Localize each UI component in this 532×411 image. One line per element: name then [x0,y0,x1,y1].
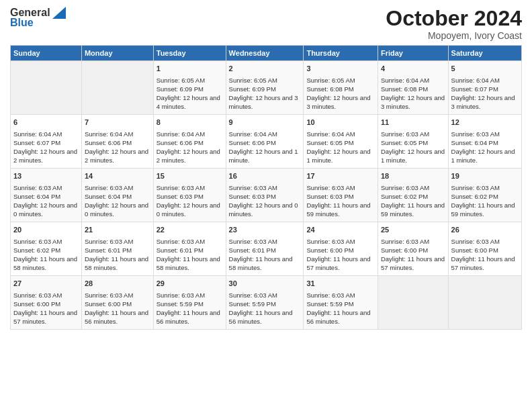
day-number: 1 [157,64,223,74]
day-number: 13 [13,171,79,181]
sunrise: Sunrise: 6:03 AM [451,184,500,191]
day-number: 10 [306,118,375,128]
daylight: Daylight: 11 hours and 58 minutes. [157,255,220,271]
sunset: Sunset: 6:00 PM [451,246,498,254]
sunrise: Sunrise: 6:03 AM [306,184,355,191]
daylight: Daylight: 12 hours and 3 minutes. [306,94,370,110]
sunrise: Sunrise: 6:03 AM [306,291,355,299]
sunset: Sunset: 6:03 PM [229,193,276,200]
sunrise: Sunrise: 6:04 AM [306,130,355,138]
sunrise: Sunrise: 6:04 AM [451,77,500,84]
day-number: 20 [13,225,79,235]
sunrise: Sunrise: 6:03 AM [85,238,133,245]
day-cell-3-4: 24 Sunrise: 6:03 AM Sunset: 6:00 PM Dayl… [304,222,378,276]
day-number: 8 [157,118,223,128]
sunrise: Sunrise: 6:03 AM [85,291,133,299]
sunset: Sunset: 6:04 PM [451,139,498,146]
day-number: 19 [451,171,519,181]
day-number: 17 [306,171,375,181]
sunrise: Sunrise: 6:05 AM [306,77,355,84]
sunset: Sunset: 6:01 PM [85,246,132,254]
day-cell-1-0: 6 Sunrise: 6:04 AM Sunset: 6:07 PM Dayli… [11,115,82,169]
day-cell-0-0 [11,61,82,115]
day-cell-3-1: 21 Sunrise: 6:03 AM Sunset: 6:01 PM Dayl… [81,222,153,276]
daylight: Daylight: 11 hours and 59 minutes. [451,201,515,218]
day-cell-0-3: 2 Sunrise: 6:05 AM Sunset: 6:09 PM Dayli… [226,61,304,115]
daylight: Daylight: 12 hours and 1 minute. [451,148,515,164]
sunrise: Sunrise: 6:04 AM [13,130,62,138]
sunset: Sunset: 6:06 PM [157,139,204,146]
day-cell-4-2: 29 Sunrise: 6:03 AM Sunset: 5:59 PM Dayl… [153,276,226,330]
sunrise: Sunrise: 6:04 AM [85,130,133,138]
sunset: Sunset: 6:02 PM [451,193,498,200]
daylight: Daylight: 12 hours and 0 minutes. [13,201,77,218]
sunset: Sunset: 5:59 PM [157,300,204,308]
day-cell-1-3: 9 Sunrise: 6:04 AM Sunset: 6:06 PM Dayli… [226,115,304,169]
daylight: Daylight: 12 hours and 0 minutes. [229,201,298,218]
sunset: Sunset: 6:08 PM [381,85,428,93]
day-number: 7 [85,118,150,128]
daylight: Daylight: 11 hours and 56 minutes. [157,309,220,325]
day-number: 9 [229,118,301,128]
col-tuesday: Tuesday [153,46,226,61]
day-number: 28 [85,279,150,289]
day-cell-0-1 [81,61,153,115]
daylight: Daylight: 11 hours and 58 minutes. [13,255,77,271]
day-cell-0-5: 4 Sunrise: 6:04 AM Sunset: 6:08 PM Dayli… [378,61,448,115]
day-cell-2-5: 18 Sunrise: 6:03 AM Sunset: 6:02 PM Dayl… [378,169,448,222]
sunset: Sunset: 6:00 PM [306,246,353,254]
sunset: Sunset: 6:02 PM [13,246,60,254]
sunset: Sunset: 6:03 PM [306,193,353,200]
col-friday: Friday [378,46,448,61]
day-number: 6 [13,118,79,128]
day-number: 5 [451,64,519,74]
day-number: 14 [85,171,150,181]
sunrise: Sunrise: 6:03 AM [306,238,355,245]
daylight: Daylight: 11 hours and 57 minutes. [451,255,515,271]
day-number: 26 [451,225,519,235]
week-row-2: 6 Sunrise: 6:04 AM Sunset: 6:07 PM Dayli… [11,115,522,169]
sunset: Sunset: 6:07 PM [451,85,498,93]
sunset: Sunset: 6:06 PM [85,139,132,146]
day-cell-2-3: 16 Sunrise: 6:03 AM Sunset: 6:03 PM Dayl… [226,169,304,222]
week-row-4: 20 Sunrise: 6:03 AM Sunset: 6:02 PM Dayl… [11,222,522,276]
sunrise: Sunrise: 6:03 AM [381,130,429,138]
daylight: Daylight: 12 hours and 2 minutes. [157,148,220,164]
sunrise: Sunrise: 6:04 AM [157,130,205,138]
day-cell-1-6: 12 Sunrise: 6:03 AM Sunset: 6:04 PM Dayl… [448,115,521,169]
sunset: Sunset: 6:04 PM [13,193,60,200]
daylight: Daylight: 12 hours and 3 minutes. [381,94,445,110]
daylight: Daylight: 11 hours and 59 minutes. [306,201,370,218]
sunrise: Sunrise: 6:03 AM [13,184,62,191]
day-cell-3-6: 26 Sunrise: 6:03 AM Sunset: 6:00 PM Dayl… [448,222,521,276]
sunrise: Sunrise: 6:03 AM [381,238,429,245]
sunrise: Sunrise: 6:03 AM [229,238,277,245]
daylight: Daylight: 12 hours and 2 minutes. [13,148,77,164]
sunset: Sunset: 6:03 PM [157,193,204,200]
day-cell-2-4: 17 Sunrise: 6:03 AM Sunset: 6:03 PM Dayl… [304,169,378,222]
day-number: 4 [381,64,445,74]
day-cell-1-4: 10 Sunrise: 6:04 AM Sunset: 6:05 PM Dayl… [304,115,378,169]
sunset: Sunset: 6:04 PM [85,193,132,200]
day-cell-2-2: 15 Sunrise: 6:03 AM Sunset: 6:03 PM Dayl… [153,169,226,222]
day-number: 12 [451,118,519,128]
day-cell-3-0: 20 Sunrise: 6:03 AM Sunset: 6:02 PM Dayl… [11,222,82,276]
calendar-header-row: Sunday Monday Tuesday Wednesday Thursday… [11,46,522,61]
sunrise: Sunrise: 6:03 AM [229,291,277,299]
daylight: Daylight: 12 hours and 3 minutes. [451,94,515,110]
daylight: Daylight: 12 hours and 0 minutes. [85,201,148,218]
day-cell-3-2: 22 Sunrise: 6:03 AM Sunset: 6:01 PM Dayl… [153,222,226,276]
day-cell-2-1: 14 Sunrise: 6:03 AM Sunset: 6:04 PM Dayl… [81,169,153,222]
sunrise: Sunrise: 6:05 AM [157,77,205,84]
day-number: 16 [229,171,301,181]
sunset: Sunset: 6:05 PM [381,139,428,146]
day-cell-2-6: 19 Sunrise: 6:03 AM Sunset: 6:02 PM Dayl… [448,169,521,222]
daylight: Daylight: 12 hours and 1 minute. [306,148,370,164]
day-number: 2 [229,64,301,74]
daylight: Daylight: 12 hours and 1 minute. [381,148,445,164]
logo: General Blue [10,7,66,29]
day-number: 3 [306,64,375,74]
sunset: Sunset: 6:00 PM [381,246,428,254]
col-wednesday: Wednesday [226,46,304,61]
day-cell-4-1: 28 Sunrise: 6:03 AM Sunset: 6:00 PM Dayl… [81,276,153,330]
